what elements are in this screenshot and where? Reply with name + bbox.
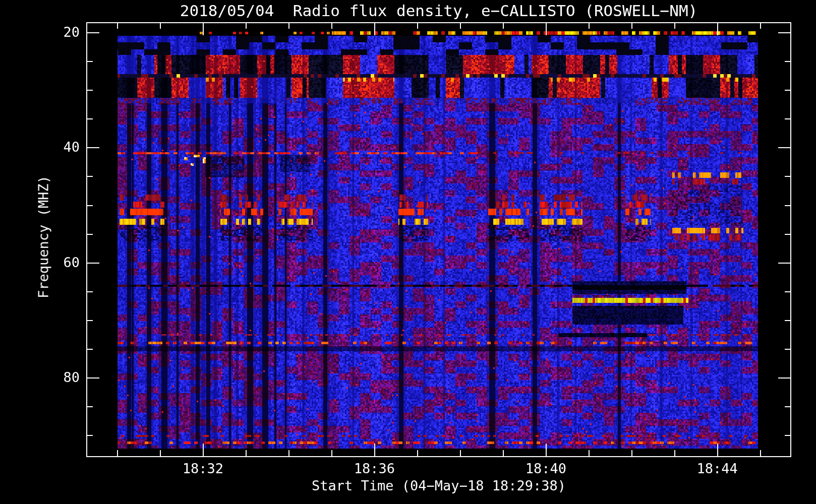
x-tick-label: 18:40 (510, 461, 581, 476)
x-axis-label: Start Time (04−May−18 18:29:38) (87, 478, 791, 493)
x-tick-label: 18:36 (339, 461, 410, 476)
radio-spectrogram-figure: 2018/05/04 Radio flux density, e−CALLIST… (0, 0, 816, 504)
spectrogram-canvas (0, 0, 816, 504)
y-tick-label: 80 (0, 369, 80, 385)
y-tick-label: 40 (0, 139, 80, 155)
x-tick-label: 18:44 (682, 461, 752, 476)
x-axis-tick-labels: 18:3218:3618:4018:44 (0, 461, 816, 478)
chart-title: 2018/05/04 Radio flux density, e−CALLIST… (87, 2, 791, 20)
y-axis-tick-labels: 20406080 (0, 0, 86, 504)
y-tick-label: 20 (0, 24, 80, 40)
x-tick-label: 18:32 (167, 461, 238, 476)
y-tick-label: 60 (0, 255, 80, 270)
